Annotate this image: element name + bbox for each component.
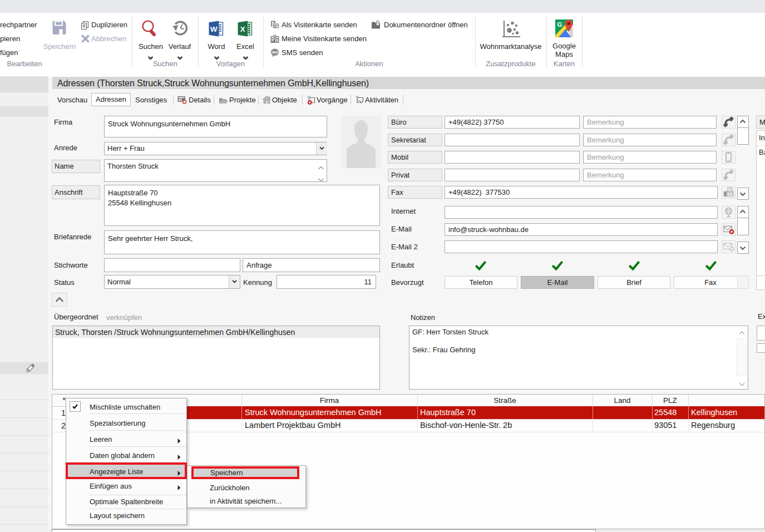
svg-text:SMS: SMS [272, 51, 279, 54]
svg-text:X: X [240, 25, 245, 33]
svg-text:W: W [210, 25, 218, 33]
svg-text:G: G [557, 21, 562, 28]
